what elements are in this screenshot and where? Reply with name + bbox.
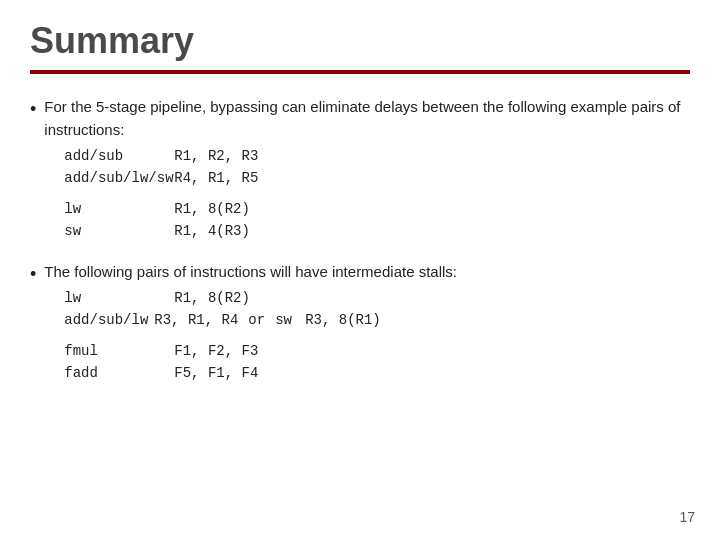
bullet2-code-group2: fmul F1, F2, F3 fadd F5, F1, F4 — [64, 340, 457, 385]
code-line-2-4: fadd F5, F1, F4 — [64, 362, 457, 384]
title-divider — [30, 70, 690, 74]
or-text: or — [248, 309, 265, 331]
bullet1-code-group1: add/sub R1, R2, R3 add/sub/lw/sw R4, R1,… — [64, 145, 690, 190]
bullet2-intro: The following pairs of instructions will… — [44, 261, 457, 284]
bullet1-code-group2: lw R1, 8(R2) sw R1, 4(R3) — [64, 198, 690, 243]
slide-container: Summary • For the 5-stage pipeline, bypa… — [0, 0, 720, 540]
code-line-2-2: add/sub/lw R3, R1, R4 or sw R3, 8(R1) — [64, 309, 457, 331]
bullet-text-2: The following pairs of instructions will… — [44, 261, 457, 385]
bullet-section-1: • For the 5-stage pipeline, bypassing ca… — [30, 96, 690, 243]
bullet-section-2: • The following pairs of instructions wi… — [30, 261, 690, 385]
code-label-lw1: lw — [64, 198, 174, 220]
code-line-1-1: add/sub R1, R2, R3 — [64, 145, 690, 167]
code-label-addsub: add/sub — [64, 145, 174, 167]
page-number: 17 — [679, 509, 695, 525]
bullet-dot-2: • — [30, 262, 36, 287]
slide-title: Summary — [30, 20, 690, 62]
bullet1-intro: For the 5-stage pipeline, bypassing can … — [44, 96, 690, 141]
code-label-addsublw: add/sub/lw — [64, 309, 154, 331]
bullet2-code-group1: lw R1, 8(R2) add/sub/lw R3, R1, R4 or sw… — [64, 287, 457, 332]
bullet-dot-1: • — [30, 97, 36, 122]
code-line-2-1: lw R1, 8(R2) — [64, 287, 457, 309]
code-line-1-2: add/sub/lw/sw R4, R1, R5 — [64, 167, 690, 189]
code-value-r1-8r2: R1, 8(R2) — [174, 198, 250, 220]
bullet-text-1: For the 5-stage pipeline, bypassing can … — [44, 96, 690, 243]
code-label-sw2: sw — [275, 309, 305, 331]
code-line-2-3: fmul F1, F2, F3 — [64, 340, 457, 362]
code-value2-r1-8r2: R1, 8(R2) — [174, 287, 250, 309]
code-line-1-3: lw R1, 8(R2) — [64, 198, 690, 220]
code-line-1-4: sw R1, 4(R3) — [64, 220, 690, 242]
code-value-r4r1r5: R4, R1, R5 — [174, 167, 258, 189]
bullet-item-1: • For the 5-stage pipeline, bypassing ca… — [30, 96, 690, 243]
code-value-f1f2f3: F1, F2, F3 — [174, 340, 258, 362]
bullet-item-2: • The following pairs of instructions wi… — [30, 261, 690, 385]
code-value2-r3-8r1: R3, 8(R1) — [305, 309, 381, 331]
code-value-f5f1f4: F5, F1, F4 — [174, 362, 258, 384]
code-value-r1-4r3: R1, 4(R3) — [174, 220, 250, 242]
code-label-lw2: lw — [64, 287, 174, 309]
code-value2-r3r1r4: R3, R1, R4 — [154, 309, 238, 331]
code-label-addsublwsw: add/sub/lw/sw — [64, 167, 174, 189]
code-label-sw1: sw — [64, 220, 174, 242]
code-value-r1r2r3: R1, R2, R3 — [174, 145, 258, 167]
code-label-fadd: fadd — [64, 362, 174, 384]
code-label-fmul: fmul — [64, 340, 174, 362]
